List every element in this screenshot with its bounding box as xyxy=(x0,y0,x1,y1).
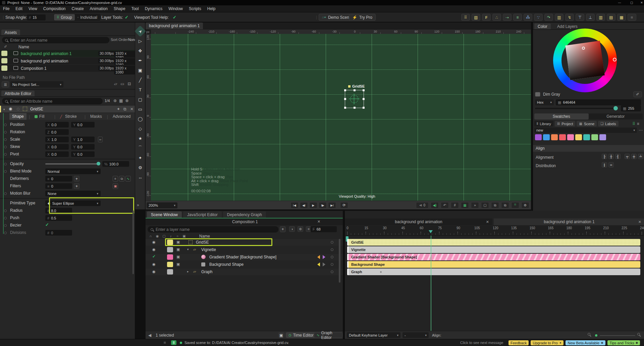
tab-dependency-graph[interactable]: Dependency Graph xyxy=(223,211,266,218)
trash-icon[interactable]: ⊟ xyxy=(128,82,131,86)
attribute-editor-tab[interactable]: Attribute Editor xyxy=(1,91,35,96)
transform-tool[interactable]: ▢ xyxy=(136,95,144,103)
gear-tool[interactable]: ⚙ xyxy=(136,163,144,171)
star-tool[interactable]: ★ xyxy=(136,134,144,142)
layout-icon[interactable]: ▦ xyxy=(461,202,469,208)
attr-field[interactable]: #0.5 xyxy=(45,215,72,221)
selection-handle[interactable] xyxy=(354,89,356,91)
track-left-cap[interactable] xyxy=(347,261,348,268)
extra-icon[interactable]: ∿ xyxy=(125,176,131,182)
eye-icon[interactable]: ◉ xyxy=(155,234,160,238)
add-button[interactable]: + xyxy=(74,176,79,182)
eye-icon[interactable]: ◉ xyxy=(152,269,156,274)
asset-row[interactable]: background grid animation30.00fps1920 x … xyxy=(0,57,135,64)
keyframe-circle-icon[interactable] xyxy=(4,217,7,219)
arc-tool[interactable]: ⌒ xyxy=(136,144,144,152)
dots-row-icon[interactable]: ∵ xyxy=(534,14,543,21)
timeline-tab-2[interactable]: background grid animation 1✕ xyxy=(494,218,644,225)
attr-field[interactable]: X0.0 xyxy=(45,144,69,150)
palette-swatch-7[interactable] xyxy=(591,134,598,140)
play-button[interactable]: ▶ xyxy=(309,202,317,208)
keyframe-layer-select[interactable]: Default Keyframe Layer▾ xyxy=(347,332,400,338)
time-editor-button[interactable]: ◷ Time Editor xyxy=(286,332,316,338)
text-frame-icon[interactable]: F xyxy=(482,14,491,21)
align-left-icon[interactable]: ╟ xyxy=(602,154,607,159)
align-top-icon[interactable]: ⊤ xyxy=(576,14,584,21)
clear-icon[interactable]: ⊗ xyxy=(125,98,128,103)
close-button[interactable]: ✕ xyxy=(636,0,644,5)
distribute-h-icon[interactable]: ∥ xyxy=(602,162,607,167)
menu-file[interactable]: File xyxy=(0,6,12,11)
keyframe-circle-icon[interactable] xyxy=(4,131,7,134)
track-left-cap[interactable] xyxy=(347,268,348,275)
eye-icon[interactable]: ◉ xyxy=(152,247,156,252)
move-h-tool[interactable]: ↔ xyxy=(136,173,144,181)
composition-tab[interactable]: Composition 1 xyxy=(232,219,258,224)
hook-icon[interactable]: ↯ xyxy=(565,14,574,21)
composition-close-icon[interactable]: ✕ xyxy=(317,219,320,224)
color-tab[interactable]: Color xyxy=(534,23,551,29)
keyframe-circle-icon[interactable] xyxy=(331,241,333,244)
render-camera-icon[interactable]: ⌗ xyxy=(628,14,636,21)
attr-field[interactable]: X0.0 xyxy=(45,122,69,128)
align-center-h-icon[interactable]: ╫ xyxy=(608,154,614,159)
go-to-end-button[interactable]: ▶I xyxy=(328,202,336,208)
sv-cursor[interactable] xyxy=(582,47,585,50)
viewport-tab[interactable]: background grid animation 1 xyxy=(146,22,203,29)
attr-field[interactable]: Y0.0 xyxy=(71,144,95,150)
viewport-zoom-select[interactable]: 200%▾ xyxy=(147,202,177,208)
eye-icon[interactable]: ◉ xyxy=(152,240,156,244)
track-left-cap[interactable] xyxy=(347,239,348,246)
playhead-line[interactable] xyxy=(431,236,431,331)
selection-handle[interactable] xyxy=(363,98,365,100)
align-right-icon[interactable]: ╢ xyxy=(615,154,621,159)
prev-frame-button[interactable]: ◀I xyxy=(300,202,308,208)
keyframe-dot[interactable] xyxy=(380,271,382,273)
individual-toggle[interactable]: ▫ Individual xyxy=(75,14,100,20)
menu-create[interactable]: Create xyxy=(69,6,87,11)
keyframe-circle-icon[interactable] xyxy=(4,209,7,212)
scene-button[interactable]: ▦Scene xyxy=(577,121,597,127)
tab-javascript-editor[interactable]: JavaScript Editor xyxy=(183,211,222,218)
eye-icon[interactable]: ◉ xyxy=(152,262,156,266)
keyframe-circle-icon[interactable] xyxy=(4,232,7,234)
asset-row[interactable]: background grid animation 130.00fps1920 … xyxy=(0,50,135,57)
selection-handle[interactable] xyxy=(363,107,365,109)
keyframe-circle-icon[interactable] xyxy=(4,123,7,126)
grid-dots-icon[interactable]: ⠿ xyxy=(461,14,470,21)
hand-tool[interactable]: ✥ xyxy=(136,47,144,55)
attr-tab-stroke[interactable]: ╱Stroke xyxy=(57,113,79,120)
add-keyframe-icon[interactable]: ⊕ xyxy=(298,226,303,232)
playhead-handle[interactable] xyxy=(429,230,433,233)
node-tree-icon[interactable]: ⁂ xyxy=(524,14,532,21)
attr-field[interactable]: #0 xyxy=(45,230,72,236)
distribute-v-icon[interactable]: ≍ xyxy=(608,162,614,167)
direct-select-tool[interactable]: ▷ xyxy=(136,37,144,45)
track-gradient-shader-background-shape-[interactable]: Gradient Shader [Background Shape] xyxy=(347,254,640,260)
chevrons-icon[interactable]: » xyxy=(471,202,479,208)
selection-handle[interactable] xyxy=(344,89,346,91)
labels-button[interactable]: ❏Labels xyxy=(598,121,618,127)
output-chip-icon[interactable] xyxy=(323,255,325,259)
more-tools-icon[interactable]: » xyxy=(137,203,139,207)
viewport-settings-icon[interactable]: ⚙ xyxy=(521,202,529,208)
collapse-caret-icon[interactable]: ▾ xyxy=(3,108,5,111)
asset-row[interactable]: Composition 130.00fps1920 x 1080 xyxy=(0,65,135,72)
input-chip-icon[interactable] xyxy=(317,262,320,266)
attribute-search-input[interactable] xyxy=(10,99,100,104)
attr-select[interactable]: Normal▾ xyxy=(45,168,101,174)
palette-select[interactable]: new▾ xyxy=(534,128,637,133)
assets-tab[interactable]: Assets xyxy=(1,30,20,35)
selection-handle[interactable] xyxy=(344,107,346,109)
attr-tab-masks[interactable]: Masks xyxy=(88,113,105,120)
upgrade-pro-button[interactable]: Upgrade to Pro✦ xyxy=(531,340,564,345)
next-frame-button[interactable]: I▶ xyxy=(319,202,327,208)
attribute-search-field[interactable] xyxy=(2,98,103,104)
attr-field[interactable]: Y0.0 xyxy=(71,151,95,157)
text-tool[interactable]: T xyxy=(136,86,144,94)
menu-help[interactable]: Help xyxy=(204,6,219,11)
lock-icon[interactable]: ∩ xyxy=(148,234,153,238)
zoom-in-icon[interactable] xyxy=(637,333,640,336)
audio-icon[interactable]: ♪ xyxy=(168,234,173,238)
solo-icon[interactable]: ○ xyxy=(175,234,180,238)
